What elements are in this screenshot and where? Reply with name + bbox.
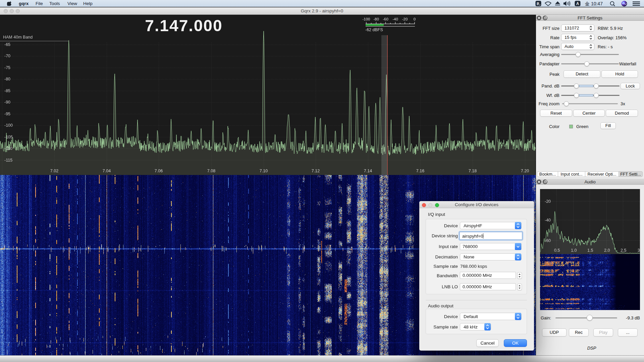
svg-text:A: A xyxy=(576,1,579,6)
